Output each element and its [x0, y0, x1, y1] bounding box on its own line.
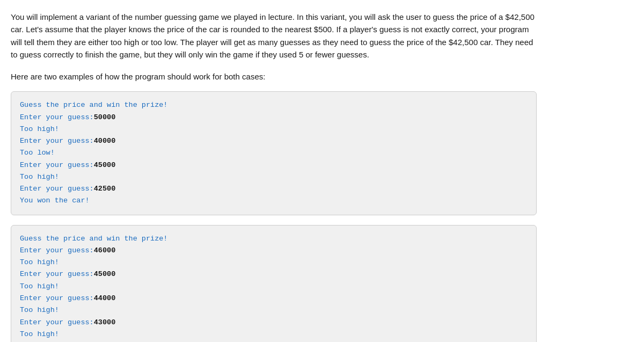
example1-box: Guess the price and win the prize! Enter…	[11, 91, 537, 215]
ex1-line-4: Enter your guess:40000	[20, 135, 528, 147]
example2-box: Guess the price and win the prize! Enter…	[11, 225, 537, 342]
ex1-line-8: Enter your guess:42500	[20, 183, 528, 195]
ex1-line-9: You won the car!	[20, 195, 528, 207]
ex1-line-1: Guess the price and win the prize!	[20, 99, 528, 111]
ex1-line-2: Enter your guess:50000	[20, 112, 528, 123]
examples-heading: Here are two examples of how the program…	[11, 70, 537, 83]
ex2-line-4: Enter your guess:45000	[20, 268, 528, 280]
ex2-line-5: Too high!	[20, 281, 528, 293]
ex2-line-3: Too high!	[20, 257, 528, 268]
ex1-line-6: Enter your guess:45000	[20, 159, 528, 171]
ex1-line-5: Too low!	[20, 147, 528, 159]
ex2-line-7: Too high!	[20, 304, 528, 316]
ex2-line-1: Guess the price and win the prize!	[20, 233, 528, 245]
ex2-line-2: Enter your guess:46000	[20, 245, 528, 257]
ex2-line-8: Enter your guess:43000	[20, 317, 528, 329]
intro-paragraph: You will implement a variant of the numb…	[11, 11, 537, 61]
ex2-line-6: Enter your guess:44000	[20, 293, 528, 304]
ex1-line-3: Too high!	[20, 123, 528, 135]
ex2-line-9: Too high!	[20, 329, 528, 340]
ex1-line-7: Too high!	[20, 171, 528, 183]
